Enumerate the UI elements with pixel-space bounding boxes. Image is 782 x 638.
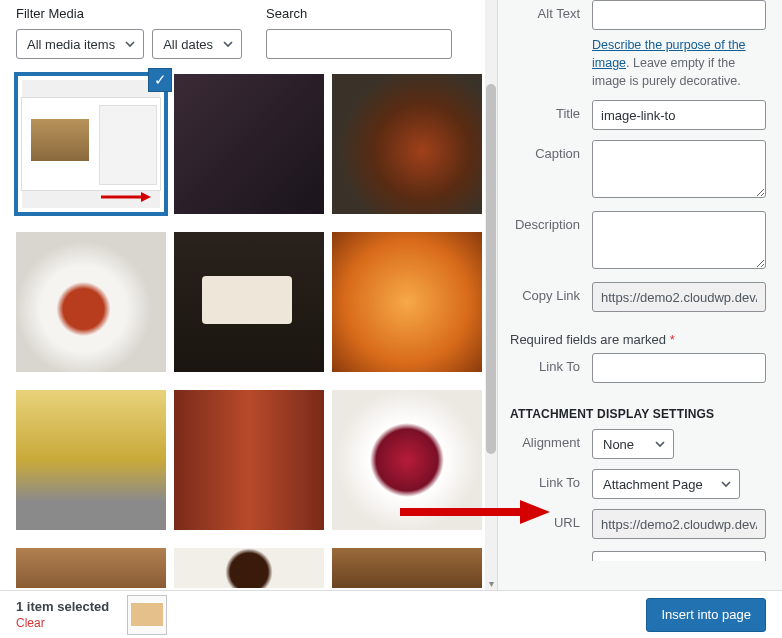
media-thumb[interactable] (174, 390, 324, 530)
display-link-to-select[interactable]: Attachment Page (592, 469, 740, 499)
annotation-arrow-small (101, 192, 151, 202)
attachment-details-panel: Alt Text Describe the purpose of the ima… (497, 0, 782, 590)
media-thumb[interactable] (332, 390, 482, 530)
partial-input[interactable] (592, 551, 766, 561)
copy-link-label: Copy Link (510, 282, 592, 303)
alt-text-label: Alt Text (510, 0, 592, 21)
caption-label: Caption (510, 140, 592, 161)
media-thumb[interactable] (174, 74, 324, 214)
chevron-down-icon (721, 479, 731, 489)
selection-count: 1 item selected (16, 599, 109, 614)
media-grid: ✓ (16, 74, 484, 588)
display-link-to-label: Link To (510, 469, 592, 490)
alignment-value: None (603, 437, 634, 452)
search-input[interactable] (266, 29, 452, 59)
media-thumb[interactable] (332, 232, 482, 372)
media-library-panel: Filter Media All media items All dates S… (0, 0, 497, 590)
url-label: URL (510, 509, 592, 530)
display-link-to-value: Attachment Page (603, 477, 703, 492)
media-thumb[interactable] (174, 548, 324, 588)
link-to-label: Link To (510, 353, 592, 374)
media-date-value: All dates (163, 37, 213, 52)
description-label: Description (510, 211, 592, 232)
caption-input[interactable] (592, 140, 766, 198)
insert-into-page-button[interactable]: Insert into page (646, 598, 766, 632)
alignment-select[interactable]: None (592, 429, 674, 459)
chevron-down-icon (223, 39, 233, 49)
display-settings-header: ATTACHMENT DISPLAY SETTINGS (498, 393, 766, 429)
title-label: Title (510, 100, 592, 121)
filter-media-label: Filter Media (16, 6, 242, 21)
required-fields-label: Required fields are marked (510, 332, 670, 347)
alignment-label: Alignment (510, 429, 592, 450)
chevron-down-icon (125, 39, 135, 49)
scroll-down-icon[interactable]: ▾ (485, 576, 497, 590)
check-icon[interactable]: ✓ (148, 68, 172, 92)
description-input[interactable] (592, 211, 766, 269)
link-to-input[interactable] (592, 353, 766, 383)
media-thumb[interactable]: ✓ (16, 74, 166, 214)
footer-bar: 1 item selected Clear Insert into page (0, 590, 782, 638)
title-input[interactable] (592, 100, 766, 130)
media-thumb[interactable] (16, 548, 166, 588)
required-asterisk: * (670, 332, 675, 347)
media-type-select[interactable]: All media items (16, 29, 144, 59)
media-thumb[interactable] (16, 390, 166, 530)
selected-thumb[interactable] (127, 595, 167, 635)
media-type-value: All media items (27, 37, 115, 52)
copy-link-input[interactable] (592, 282, 766, 312)
scrollbar[interactable]: ▾ (485, 0, 497, 590)
svg-marker-1 (141, 192, 151, 202)
media-thumb[interactable] (332, 548, 482, 588)
url-input[interactable] (592, 509, 766, 539)
media-thumb[interactable] (332, 74, 482, 214)
clear-selection-link[interactable]: Clear (16, 616, 109, 630)
scrollbar-thumb[interactable] (486, 84, 496, 454)
media-date-select[interactable]: All dates (152, 29, 242, 59)
media-thumb[interactable] (16, 232, 166, 372)
media-thumb[interactable] (174, 232, 324, 372)
alt-text-input[interactable] (592, 0, 766, 30)
chevron-down-icon (655, 439, 665, 449)
search-label: Search (266, 6, 452, 21)
